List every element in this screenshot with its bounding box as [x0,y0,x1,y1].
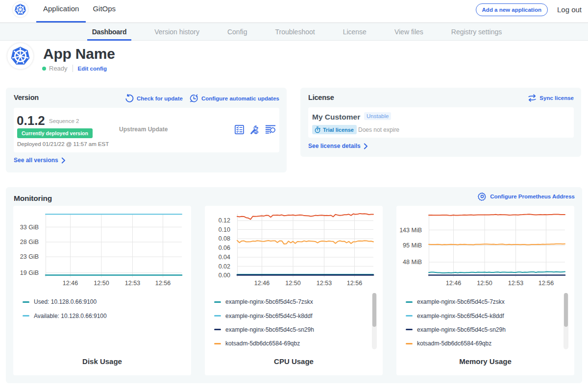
svg-text:0.04: 0.04 [219,254,230,261]
svg-text:28 GiB: 28 GiB [20,239,39,245]
svg-text:0.06: 0.06 [219,244,230,251]
svg-text:12:53: 12:53 [317,280,332,287]
svg-text:48 MiB: 48 MiB [403,259,422,266]
svg-text:12:50: 12:50 [285,280,300,287]
svg-text:12:56: 12:56 [155,280,171,287]
svg-text:19 GiB: 19 GiB [20,269,39,276]
svg-text:12:53: 12:53 [125,280,140,287]
svg-text:12:53: 12:53 [508,280,523,287]
svg-text:0.00: 0.00 [219,272,230,279]
svg-text:12:50: 12:50 [94,280,109,287]
svg-text:23 GiB: 23 GiB [20,253,39,260]
svg-text:12:46: 12:46 [63,280,78,287]
svg-text:0.08: 0.08 [219,235,230,242]
svg-text:12:46: 12:46 [446,280,461,287]
svg-text:0.10: 0.10 [219,226,230,233]
svg-text:12:56: 12:56 [539,280,554,287]
svg-text:0.12: 0.12 [219,217,230,224]
svg-text:12:46: 12:46 [254,280,270,287]
svg-text:33 GiB: 33 GiB [20,224,39,231]
svg-text:12:56: 12:56 [347,280,362,287]
svg-text:95 MiB: 95 MiB [403,242,422,249]
svg-text:143 MiB: 143 MiB [399,227,422,234]
svg-text:12:50: 12:50 [477,280,492,287]
svg-text:0.02: 0.02 [219,263,230,270]
